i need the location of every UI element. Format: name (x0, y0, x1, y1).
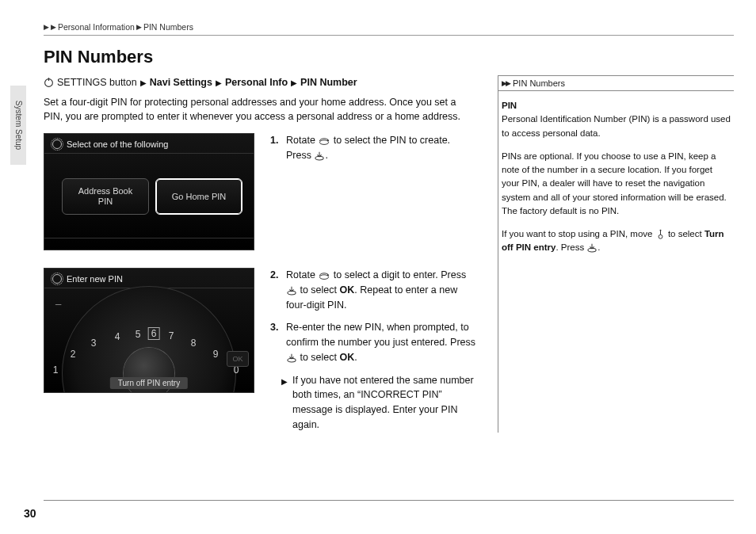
digit: 1 (53, 364, 59, 376)
press-icon (314, 151, 325, 161)
sidebar-pin-def: PIN Personal Identification Number (PIN)… (502, 99, 731, 140)
chevron-icon: ▶ (44, 24, 49, 31)
ok-button: OK (227, 351, 249, 367)
step-number: 1. (270, 133, 281, 163)
press-icon (286, 353, 297, 363)
step-number: 2. (270, 268, 281, 312)
option-go-home-pin: Go Home PIN (155, 178, 242, 215)
rotate-icon (318, 271, 330, 280)
option-address-book-pin: Address Book PIN (62, 178, 149, 215)
digit: 2 (71, 349, 76, 360)
screenshot1-title: Select one of the following (67, 139, 168, 149)
step-1-text: Rotate to select the PIN to create. Pres… (286, 133, 475, 163)
sidebar-head-text: PIN Numbers (513, 78, 565, 88)
nav-path-2: Personal Info (225, 75, 288, 90)
digit: 8 (191, 338, 197, 349)
sidebar-heading: ▶▶ PIN Numbers (498, 76, 734, 91)
page-title: PIN Numbers (44, 47, 734, 67)
digit: 4 (115, 331, 120, 342)
breadcrumb-a: Personal Information (58, 22, 135, 32)
chevron-double-icon: ▶▶ (502, 79, 510, 87)
note-text: If you have not entered the same number … (292, 373, 475, 433)
sidebar-para-2: PINs are optional. If you choose to use … (502, 150, 731, 218)
option-label: Address Book (78, 186, 132, 196)
step-3-text: Re-enter the new PIN, when prompted, to … (286, 320, 475, 364)
rotate-icon (318, 136, 330, 146)
press-icon (586, 243, 598, 253)
intro-text: Set a four-digit PIN for protecting pers… (44, 95, 475, 124)
screenshot-select-pin: Select one of the following Address Book… (44, 133, 254, 250)
step-3-note: ▶ If you have not entered the same numbe… (270, 373, 475, 433)
nav-path: SETTINGS button ▶ Navi Settings ▶ Person… (44, 75, 475, 90)
chevron-icon: ▶ (51, 24, 56, 31)
nav-path-1: Navi Settings (150, 75, 212, 90)
turn-off-pin-entry: Turn off PIN entry (110, 377, 188, 389)
press-icon (286, 286, 297, 296)
side-tab: System Setup (10, 86, 26, 165)
sidebar-para-3: If you want to stop using a PIN, move to… (502, 227, 731, 255)
move-icon (655, 229, 666, 239)
chevron-icon: ▶ (291, 77, 297, 89)
digit: 3 (91, 338, 97, 349)
chevron-icon: ▶ (281, 376, 288, 433)
nav-path-prefix: SETTINGS button (57, 75, 137, 90)
page-number: 30 (24, 507, 36, 520)
digit-selected: 6 (148, 327, 160, 340)
digit: 7 (169, 330, 174, 341)
nav-path-3: PIN Number (300, 75, 357, 90)
digit: 5 (136, 329, 141, 340)
svg-point-7 (659, 235, 662, 238)
chevron-icon: ▶ (140, 77, 147, 89)
chevron-icon: ▶ (216, 77, 222, 89)
svg-point-8 (659, 230, 661, 231)
gear-icon (52, 139, 62, 149)
side-tab-label: System Setup (14, 101, 23, 150)
step-2-text: Rotate to select a digit to enter. Press… (286, 268, 475, 312)
svg-rect-1 (48, 78, 49, 81)
settings-icon (44, 78, 54, 88)
breadcrumb-b: PIN Numbers (143, 22, 193, 32)
chevron-icon: ▶ (136, 24, 142, 31)
rule (44, 35, 734, 36)
digit: 9 (213, 349, 219, 360)
breadcrumb: ▶ ▶ Personal Information ▶ PIN Numbers (44, 22, 734, 32)
rule (44, 500, 734, 501)
option-label: PIN (78, 196, 132, 207)
step-number: 3. (270, 320, 281, 364)
svg-point-4 (320, 275, 329, 280)
screenshot-enter-pin: Enter new PIN _ 1 2 3 4 (44, 268, 254, 393)
svg-point-2 (320, 140, 329, 145)
